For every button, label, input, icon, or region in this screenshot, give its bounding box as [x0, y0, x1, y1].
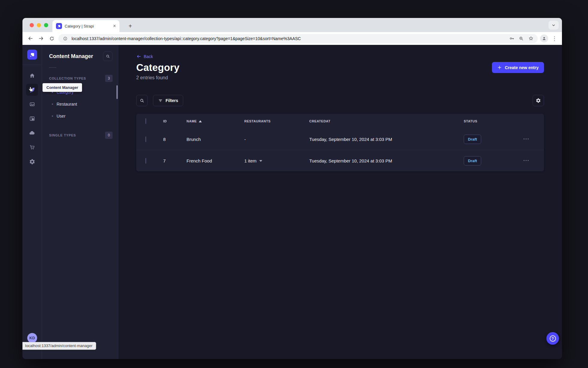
page-title: Category — [136, 62, 180, 73]
table-settings-button[interactable] — [533, 95, 544, 106]
sidebar-item-restaurant[interactable]: Restaurant — [42, 98, 118, 110]
link-preview-status-bar: localhost:1337/admin/content-manager — [22, 342, 96, 350]
tab-search-button[interactable] — [548, 21, 559, 30]
rail-divider — [22, 65, 42, 65]
browser-profile-icon[interactable] — [540, 34, 548, 42]
entries-count: 2 entries found — [136, 75, 544, 80]
row-checkbox[interactable] — [146, 158, 146, 164]
mouse-cursor-pointer — [28, 86, 34, 94]
browser-toolbar: localhost:1337/admin/content-manager/col… — [22, 32, 562, 45]
gear-icon — [536, 98, 541, 103]
tab-strip: Category | Strapi × + — [22, 18, 562, 32]
user-avatar[interactable]: KD — [27, 333, 37, 343]
cell-id: 7 — [163, 158, 187, 163]
url-text[interactable]: localhost:1337/admin/content-manager/col… — [72, 36, 505, 41]
back-link[interactable]: Back — [136, 54, 153, 59]
cell-restaurants[interactable]: 1 item — [244, 158, 309, 163]
bullet-icon — [52, 115, 53, 117]
content-manager-subnav: Content Manager COLLECTION TYPES 3 Categ… — [42, 45, 118, 359]
help-button[interactable]: ? — [546, 332, 559, 345]
cell-id: 8 — [163, 137, 187, 142]
strapi-app: KD Content Manager COLLECTION TYPES 3 Ca… — [22, 45, 562, 359]
subnav-scrollbar[interactable] — [116, 85, 118, 99]
create-new-entry-button[interactable]: Create new entry — [492, 62, 544, 73]
search-icon — [106, 54, 110, 59]
column-header-status[interactable]: STATUS — [464, 119, 522, 123]
row-checkbox[interactable] — [146, 136, 146, 142]
back-nav-icon[interactable] — [26, 34, 34, 43]
cell-name: French Food — [187, 158, 244, 163]
cell-name: Brunch — [187, 137, 244, 142]
zoom-page-icon[interactable] — [518, 35, 525, 42]
collection-types-count-badge: 3 — [105, 75, 113, 82]
content-manager-tooltip: Content Manager — [43, 83, 82, 92]
row-actions-menu[interactable]: ⋯ — [522, 155, 530, 165]
password-key-icon[interactable] — [508, 35, 515, 42]
status-badge: Draft — [464, 135, 481, 144]
minimize-window-button[interactable] — [37, 23, 41, 27]
sidebar-item-cloud[interactable] — [26, 127, 38, 139]
subnav-search-button[interactable] — [103, 51, 113, 61]
filters-button[interactable]: Filters — [153, 95, 183, 106]
chevron-down-icon — [259, 160, 262, 162]
subnav-title: Content Manager — [49, 53, 93, 60]
filter-icon — [158, 98, 163, 103]
row-actions-menu[interactable]: ⋯ — [522, 133, 530, 144]
bullet-icon — [52, 104, 53, 105]
search-icon — [140, 98, 145, 103]
forward-nav-icon[interactable] — [37, 34, 45, 43]
single-types-count-badge: 0 — [105, 132, 113, 139]
close-window-button[interactable] — [30, 23, 34, 27]
column-header-name[interactable]: NAME — [187, 119, 244, 123]
user-link-label: User — [57, 114, 66, 118]
cell-createdat: Tuesday, September 10, 2024 at 3:03 PM — [309, 158, 464, 163]
nav-rail: KD — [22, 45, 42, 359]
status-badge: Draft — [464, 156, 481, 165]
url-bar[interactable]: localhost:1337/admin/content-manager/col… — [58, 34, 538, 43]
sidebar-item-settings[interactable] — [26, 156, 38, 168]
sidebar-item-media-library[interactable] — [26, 98, 38, 110]
sort-ascending-icon — [199, 120, 202, 122]
main-content: Back Category Create new entry 2 entries… — [118, 45, 562, 359]
select-all-checkbox[interactable] — [146, 118, 146, 124]
reload-icon[interactable] — [48, 34, 56, 43]
table-header-row: ID NAME RESTAURANTS CREATEDAT STATUS — [136, 114, 544, 129]
cell-createdat: Tuesday, September 10, 2024 at 3:03 PM — [309, 137, 464, 142]
column-header-restaurants[interactable]: RESTAURANTS — [244, 119, 309, 123]
restaurant-link-label: Restaurant — [57, 102, 77, 107]
browser-menu-icon[interactable]: ⋮ — [551, 35, 558, 42]
tab-close-icon[interactable]: × — [113, 23, 116, 29]
browser-tab[interactable]: Category | Strapi × — [52, 20, 119, 32]
tab-title: Category | Strapi — [65, 24, 110, 28]
table-row[interactable]: 8 Brunch - Tuesday, September 10, 2024 a… — [136, 129, 544, 150]
maximize-window-button[interactable] — [44, 23, 48, 27]
column-header-id[interactable]: ID — [163, 119, 187, 123]
sidebar-item-content-type-builder[interactable] — [26, 112, 38, 124]
site-info-icon[interactable] — [62, 35, 69, 42]
create-new-entry-label: Create new entry — [505, 65, 539, 70]
collection-types-label: COLLECTION TYPES — [49, 77, 86, 80]
strapi-logo-icon[interactable] — [27, 50, 37, 60]
cell-restaurants: - — [244, 137, 309, 142]
sidebar-item-home[interactable] — [26, 69, 38, 81]
back-arrow-icon — [136, 54, 141, 59]
traffic-lights — [30, 23, 48, 27]
single-types-label: SINGLE TYPES — [49, 133, 76, 137]
sidebar-item-marketplace[interactable] — [26, 141, 38, 153]
bookmark-star-icon[interactable] — [528, 35, 534, 42]
question-mark-icon: ? — [550, 335, 556, 342]
filters-label: Filters — [166, 98, 178, 103]
plus-icon — [497, 65, 502, 70]
table-row[interactable]: 7 French Food 1 item Tuesday, September … — [136, 150, 544, 171]
back-label: Back — [144, 54, 153, 59]
strapi-favicon-icon — [56, 23, 62, 29]
table-search-button[interactable] — [136, 95, 148, 106]
entries-table: ID NAME RESTAURANTS CREATEDAT STATUS 8 B… — [136, 114, 544, 171]
sidebar-item-user[interactable]: User — [42, 110, 118, 122]
browser-window: Category | Strapi × + localhost:1337/adm… — [22, 18, 562, 359]
column-header-createdat[interactable]: CREATEDAT — [309, 119, 464, 123]
new-tab-button[interactable]: + — [126, 22, 135, 31]
